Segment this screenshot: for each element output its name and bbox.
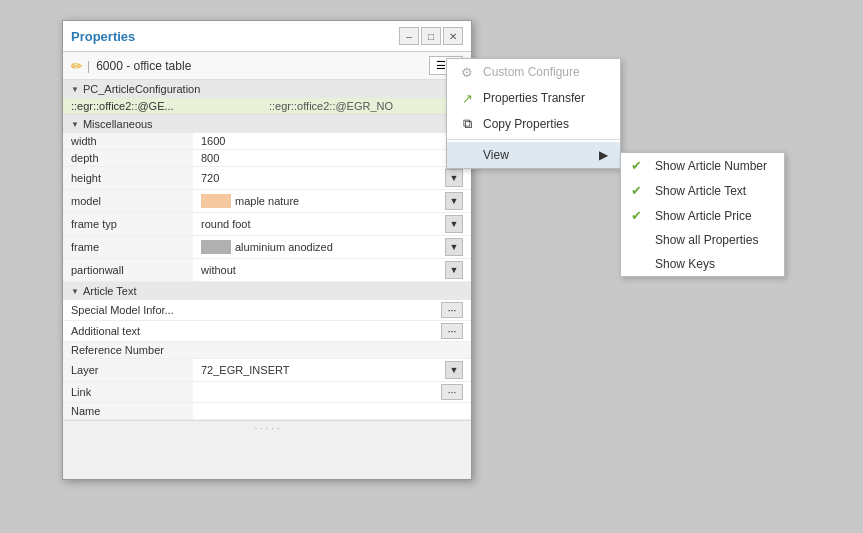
ctx-properties-transfer-label: Properties Transfer bbox=[483, 91, 585, 105]
collapse-misc-icon: ▼ bbox=[71, 120, 79, 129]
height-dropdown-btn[interactable]: ▼ bbox=[445, 169, 463, 187]
table-row: frame aluminium anodized ▼ bbox=[63, 236, 471, 259]
sub-show-article-text-label: Show Article Text bbox=[655, 184, 746, 198]
ctx-copy-properties[interactable]: ⧉ Copy Properties bbox=[447, 111, 620, 137]
prop-value: without ▼ bbox=[193, 259, 471, 282]
table-row: Link ··· bbox=[63, 382, 471, 403]
check-article-price-icon: ✔ bbox=[631, 208, 647, 223]
prop-key: depth bbox=[63, 150, 193, 167]
additional-text-row: Additional text ··· bbox=[63, 321, 471, 342]
ctx-copy-properties-label: Copy Properties bbox=[483, 117, 569, 131]
title-bar: Properties – □ ✕ bbox=[63, 21, 471, 52]
section-misc-label: Miscellaneous bbox=[83, 118, 153, 130]
sub-show-article-price-label: Show Article Price bbox=[655, 209, 752, 223]
table-row: height 720 ▼ bbox=[63, 167, 471, 190]
additional-text-ellipsis-btn[interactable]: ··· bbox=[441, 323, 463, 339]
sub-show-article-number-label: Show Article Number bbox=[655, 159, 767, 173]
toolbar-item-label: 6000 - office table bbox=[96, 59, 429, 73]
prop-key: Layer bbox=[63, 359, 193, 382]
section-pc-article[interactable]: ▼ PC_ArticleConfiguration bbox=[63, 80, 471, 98]
sub-show-all-properties[interactable]: Show all Properties bbox=[621, 228, 784, 252]
minimize-button[interactable]: – bbox=[399, 27, 419, 45]
configure-icon: ⚙ bbox=[459, 64, 475, 80]
special-model-label: Special Model Infor... bbox=[71, 304, 441, 316]
view-icon bbox=[459, 147, 475, 163]
prop-key: model bbox=[63, 190, 193, 213]
section-miscellaneous[interactable]: ▼ Miscellaneous bbox=[63, 115, 471, 133]
title-controls: – □ ✕ bbox=[399, 27, 463, 45]
prop-value: maple nature ▼ bbox=[193, 190, 471, 213]
prop-key: frame typ bbox=[63, 213, 193, 236]
close-button[interactable]: ✕ bbox=[443, 27, 463, 45]
menu-separator bbox=[447, 139, 620, 140]
ctx-view-label: View bbox=[483, 148, 509, 162]
config-col1: ::egr::office2::@GE... bbox=[71, 100, 265, 112]
section-pc-label: PC_ArticleConfiguration bbox=[83, 83, 200, 95]
frametyp-dropdown-btn[interactable]: ▼ bbox=[445, 215, 463, 233]
copy-icon: ⧉ bbox=[459, 116, 475, 132]
ctx-custom-configure-label: Custom Configure bbox=[483, 65, 580, 79]
bottom-properties-table: Layer 72_EGR_INSERT ▼ Link ··· bbox=[63, 359, 471, 420]
table-row: width 1600 bbox=[63, 133, 471, 150]
prop-key: frame bbox=[63, 236, 193, 259]
check-article-number-icon: ✔ bbox=[631, 158, 647, 173]
sub-show-all-properties-label: Show all Properties bbox=[655, 233, 758, 247]
section-article-label: Article Text bbox=[83, 285, 137, 297]
transfer-icon: ↗ bbox=[459, 90, 475, 106]
partionwall-dropdown-btn[interactable]: ▼ bbox=[445, 261, 463, 279]
ref-number-section: Reference Number bbox=[63, 342, 471, 359]
sub-show-article-text[interactable]: ✔ Show Article Text bbox=[621, 178, 784, 203]
prop-key: Name bbox=[63, 403, 193, 420]
table-row: Name bbox=[63, 403, 471, 420]
additional-text-label: Additional text bbox=[71, 325, 441, 337]
link-ellipsis-btn[interactable]: ··· bbox=[441, 384, 463, 400]
table-row: frame typ round foot ▼ bbox=[63, 213, 471, 236]
layer-dropdown-btn[interactable]: ▼ bbox=[445, 361, 463, 379]
window-title: Properties bbox=[71, 29, 135, 44]
collapse-article-icon: ▼ bbox=[71, 287, 79, 296]
table-row: partionwall without ▼ bbox=[63, 259, 471, 282]
sub-show-keys-label: Show Keys bbox=[655, 257, 715, 271]
pencil-icon: ✏ bbox=[71, 58, 83, 74]
menu-icon: ☰ bbox=[436, 59, 446, 72]
ctx-properties-transfer[interactable]: ↗ Properties Transfer bbox=[447, 85, 620, 111]
sub-show-article-number[interactable]: ✔ Show Article Number bbox=[621, 153, 784, 178]
section-article-text[interactable]: ▼ Article Text bbox=[63, 282, 471, 300]
toolbar: ✏ | 6000 - office table ☰ ▼ bbox=[63, 52, 471, 80]
prop-key: partionwall bbox=[63, 259, 193, 282]
collapse-icon: ▼ bbox=[71, 85, 79, 94]
prop-value: 1600 bbox=[193, 133, 471, 150]
sub-show-keys[interactable]: Show Keys bbox=[621, 252, 784, 276]
prop-value: 72_EGR_INSERT ▼ bbox=[193, 359, 471, 382]
ref-label: Reference Number bbox=[71, 344, 164, 356]
frame-dropdown-btn[interactable]: ▼ bbox=[445, 238, 463, 256]
prop-value: aluminium anodized ▼ bbox=[193, 236, 471, 259]
config-row: ::egr::office2::@GE... ::egr::office2::@… bbox=[63, 98, 471, 115]
ctx-custom-configure[interactable]: ⚙ Custom Configure bbox=[447, 59, 620, 85]
model-swatch bbox=[201, 194, 231, 208]
prop-key: height bbox=[63, 167, 193, 190]
sub-show-article-price[interactable]: ✔ Show Article Price bbox=[621, 203, 784, 228]
submenu-arrow-icon: ▶ bbox=[599, 148, 608, 162]
prop-key: Link bbox=[63, 382, 193, 403]
resize-handle[interactable]: · · · · · bbox=[63, 420, 471, 436]
view-submenu: ✔ Show Article Number ✔ Show Article Tex… bbox=[620, 152, 785, 277]
check-article-text-icon: ✔ bbox=[631, 183, 647, 198]
special-model-ellipsis-btn[interactable]: ··· bbox=[441, 302, 463, 318]
ctx-view[interactable]: View ▶ bbox=[447, 142, 620, 168]
special-model-row: Special Model Infor... ··· bbox=[63, 300, 471, 321]
title-bar-left: Properties bbox=[71, 29, 135, 44]
prop-value: 720 ▼ bbox=[193, 167, 471, 190]
prop-value bbox=[193, 403, 471, 420]
context-menu: ⚙ Custom Configure ↗ Properties Transfer… bbox=[446, 58, 621, 169]
properties-table: width 1600 depth 800 height 720 ▼ bbox=[63, 133, 471, 282]
maximize-button[interactable]: □ bbox=[421, 27, 441, 45]
frame-swatch bbox=[201, 240, 231, 254]
prop-value: 800 bbox=[193, 150, 471, 167]
prop-value: ··· bbox=[193, 382, 471, 403]
prop-key: width bbox=[63, 133, 193, 150]
table-row: Layer 72_EGR_INSERT ▼ bbox=[63, 359, 471, 382]
prop-value: round foot ▼ bbox=[193, 213, 471, 236]
model-dropdown-btn[interactable]: ▼ bbox=[445, 192, 463, 210]
table-row: model maple nature ▼ bbox=[63, 190, 471, 213]
